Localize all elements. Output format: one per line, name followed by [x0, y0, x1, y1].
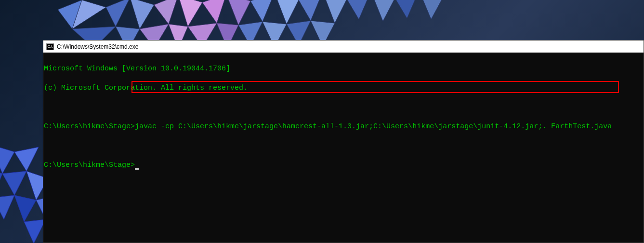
- prompt-1: C:\Users\hikme\Stage>: [44, 122, 135, 131]
- cmd-window[interactable]: C:\. C:\Windows\System32\cmd.exe Microso…: [43, 40, 644, 243]
- command-line-1: C:\Users\hikme\Stage>javac -cp C:\Users\…: [43, 122, 641, 132]
- svg-marker-11: [323, 0, 347, 23]
- terminal-header-2: (c) Microsoft Corporation. All rights re…: [43, 83, 641, 93]
- titlebar[interactable]: C:\. C:\Windows\System32\cmd.exe: [43, 40, 644, 53]
- blank-line: [43, 103, 641, 112]
- svg-marker-10: [299, 0, 323, 21]
- prompt-2[interactable]: C:\Users\hikme\Stage>: [44, 161, 135, 169]
- svg-marker-5: [178, 0, 202, 27]
- svg-marker-12: [347, 0, 371, 19]
- window-title: C:\Windows\System32\cmd.exe: [57, 43, 138, 50]
- svg-marker-2: [106, 0, 130, 27]
- svg-marker-26: [0, 145, 14, 174]
- command-text-1: javac -cp C:\Users\hikme\jarstage\hamcre…: [135, 122, 612, 131]
- svg-marker-28: [2, 171, 26, 195]
- cursor: [135, 168, 139, 170]
- command-line-2: C:\Users\hikme\Stage>: [43, 161, 641, 170]
- terminal-header-1: Microsoft Windows [Version 10.0.19044.17…: [43, 64, 641, 74]
- svg-marker-3: [130, 0, 154, 29]
- svg-marker-14: [395, 0, 419, 18]
- blank-line-2: [43, 141, 641, 151]
- terminal-body[interactable]: Microsoft Windows [Version 10.0.19044.17…: [43, 53, 644, 243]
- svg-marker-13: [371, 0, 395, 21]
- cmd-icon: C:\.: [46, 43, 54, 50]
- svg-marker-4: [154, 0, 178, 24]
- svg-marker-7: [226, 0, 250, 25]
- svg-marker-9: [275, 0, 299, 24]
- svg-marker-6: [202, 0, 226, 23]
- svg-marker-15: [419, 0, 443, 19]
- svg-marker-34: [0, 195, 14, 219]
- svg-marker-8: [250, 0, 275, 22]
- svg-marker-30: [14, 195, 36, 222]
- svg-marker-27: [14, 147, 39, 171]
